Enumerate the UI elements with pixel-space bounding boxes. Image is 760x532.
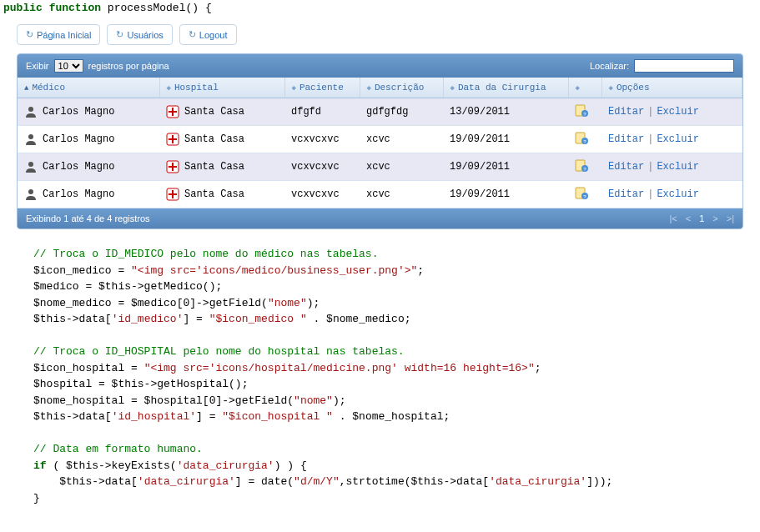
data-panel: Exibir 10 registros por página Localizar… (17, 53, 743, 229)
sort-icon: ◆ (367, 84, 371, 93)
refresh-icon: ↻ (189, 29, 196, 40)
cell-data: 13/09/2011 (443, 98, 568, 126)
col-help[interactable]: ◆ (568, 78, 601, 98)
col-opcoes: ◆Opções (601, 78, 742, 98)
col-descricao[interactable]: ◆Descrição (360, 78, 443, 98)
cell-medico: Carlos Magno (18, 98, 159, 126)
panel-footer: Exibindo 1 até 4 de 4 registros |< < 1 >… (18, 208, 742, 228)
sort-icon: ◆ (292, 84, 296, 93)
refresh-icon: ↻ (26, 29, 33, 40)
user-icon (24, 105, 38, 118)
show-label: Exibir (26, 61, 49, 71)
col-paciente[interactable]: ◆Paciente (284, 78, 360, 98)
cell-data: 19/09/2011 (443, 153, 568, 181)
user-icon (24, 188, 38, 201)
toolbar: ↻Página Inicial ↻Usuários ↻Logout (0, 16, 760, 53)
svg-text:?: ? (583, 194, 586, 199)
cell-actions: Editar|Excluir (601, 153, 742, 181)
panel-header: Exibir 10 registros por página Localizar… (18, 54, 742, 78)
keyword-public: public (3, 2, 43, 14)
delete-link[interactable]: Excluir (657, 106, 698, 118)
cell-paciente: vcxvcxvc (284, 126, 360, 153)
delete-link[interactable]: Excluir (657, 133, 698, 145)
delete-link[interactable]: Excluir (657, 188, 698, 200)
cell-paciente: vcxvcxvc (284, 181, 360, 208)
per-page-label: registros por página (88, 61, 169, 71)
help-icon: ? (575, 186, 588, 199)
svg-point-0 (28, 107, 33, 112)
svg-rect-10 (169, 138, 177, 140)
col-data[interactable]: ◆Data da Cirurgia (443, 78, 568, 98)
hospital-icon (166, 160, 179, 173)
cell-data: 19/09/2011 (443, 181, 568, 208)
home-button[interactable]: ↻Página Inicial (17, 24, 100, 45)
cell-help[interactable]: ? (568, 153, 601, 181)
sort-icon: ◆ (450, 84, 455, 93)
search-input[interactable] (634, 59, 734, 73)
code-header: public function processModel() { (0, 0, 760, 16)
cell-descricao: gdfgfdg (360, 98, 443, 126)
pager-current[interactable]: 1 (699, 213, 704, 223)
sort-icon: ◆ (167, 84, 171, 93)
keyword-function: function (49, 2, 101, 14)
cell-help[interactable]: ? (568, 98, 601, 126)
page-size-select[interactable]: 10 (54, 59, 83, 73)
pager-prev[interactable]: < (686, 213, 691, 223)
cell-help[interactable]: ? (568, 126, 601, 153)
cell-descricao: xcvc (360, 181, 443, 208)
search-label: Localizar: (590, 61, 629, 71)
cell-help[interactable]: ? (568, 181, 601, 208)
cell-data: 19/09/2011 (443, 126, 568, 153)
delete-link[interactable]: Excluir (657, 161, 698, 173)
users-button[interactable]: ↻Usuários (107, 24, 172, 45)
pager-first[interactable]: |< (669, 213, 677, 223)
col-medico[interactable]: ▲Médico (18, 78, 159, 98)
cell-medico: Carlos Magno (18, 181, 159, 208)
col-hospital[interactable]: ◆Hospital (159, 78, 284, 98)
sort-icon: ◆ (576, 84, 580, 93)
logout-button[interactable]: ↻Logout (179, 24, 237, 45)
svg-text:?: ? (583, 139, 586, 144)
help-icon: ? (575, 103, 588, 117)
help-icon: ? (575, 158, 588, 172)
cell-descricao: xcvc (360, 126, 443, 153)
svg-text:?: ? (583, 167, 586, 172)
data-table: ▲Médico ◆Hospital ◆Paciente ◆Descrição ◆… (18, 78, 742, 208)
cell-hospital: Santa Casa (159, 98, 284, 126)
pager-next[interactable]: > (712, 213, 717, 223)
cell-actions: Editar|Excluir (601, 98, 742, 126)
edit-link[interactable]: Editar (608, 106, 644, 118)
cell-medico: Carlos Magno (18, 153, 159, 181)
svg-rect-17 (169, 166, 177, 168)
hospital-icon (166, 105, 179, 118)
user-icon (24, 160, 38, 173)
cell-actions: Editar|Excluir (601, 126, 742, 153)
cell-hospital: Santa Casa (159, 126, 284, 153)
pager: |< < 1 > >| (669, 213, 734, 223)
svg-point-7 (28, 134, 33, 139)
edit-link[interactable]: Editar (608, 161, 644, 173)
table-row: Carlos MagnoSanta Casavcxvcxvcxcvc19/09/… (18, 181, 742, 208)
sort-icon: ◆ (609, 84, 613, 93)
table-row: Carlos MagnoSanta Casavcxvcxvcxcvc19/09/… (18, 153, 742, 181)
pager-last[interactable]: >| (727, 213, 734, 223)
table-row: Carlos MagnoSanta Casadfgfdgdfgfdg13/09/… (18, 98, 742, 126)
svg-text:?: ? (583, 112, 586, 117)
hospital-icon (166, 188, 179, 201)
svg-point-21 (28, 189, 33, 194)
cell-descricao: xcvc (360, 153, 443, 181)
cell-paciente: vcxvcxvc (284, 153, 360, 181)
table-info: Exibindo 1 até 4 de 4 registros (26, 213, 150, 223)
table-row: Carlos MagnoSanta Casavcxvcxvcxcvc19/09/… (18, 126, 742, 153)
cell-paciente: dfgfd (284, 98, 360, 126)
svg-rect-3 (169, 111, 177, 113)
svg-point-14 (28, 162, 33, 167)
function-name: processModel (108, 2, 186, 14)
edit-link[interactable]: Editar (608, 188, 644, 200)
edit-link[interactable]: Editar (608, 133, 644, 145)
cell-actions: Editar|Excluir (601, 181, 742, 208)
refresh-icon: ↻ (116, 29, 123, 40)
cell-hospital: Santa Casa (159, 153, 284, 181)
code-block: // Troca o ID_MEDICO pelo nome do médico… (0, 229, 760, 523)
sort-asc-icon: ▲ (24, 84, 28, 93)
